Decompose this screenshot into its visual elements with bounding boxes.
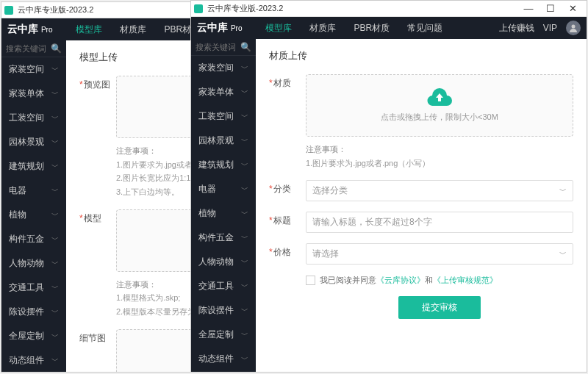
upload-earn-link[interactable]: 上传赚钱 <box>499 22 534 35</box>
sidebar-item[interactable]: 建筑规划﹀ <box>1 154 66 179</box>
category-select[interactable]: 选择分类 ﹀ <box>306 180 573 201</box>
chevron-down-icon: ﹀ <box>241 87 248 98</box>
chevron-down-icon: ﹀ <box>559 186 567 196</box>
sidebar-item[interactable]: 园林景观﹀ <box>191 129 256 153</box>
chevron-down-icon: ﹀ <box>51 259 59 269</box>
titlebar[interactable]: 云中库专业版-2023.2 — ☐ ✕ <box>191 1 587 17</box>
sidebar-item[interactable]: 家装单体﹀ <box>191 80 256 104</box>
title-input[interactable]: 请输入标题，长度不超过8个字 <box>306 212 573 233</box>
sidebar-item[interactable]: 全屋定制﹀ <box>191 323 256 347</box>
chevron-down-icon: ﹀ <box>241 209 248 219</box>
sidebar-item[interactable]: 人物动物﹀ <box>191 250 256 274</box>
app-icon <box>194 4 204 14</box>
search-icon[interactable]: 🔍 <box>240 42 251 52</box>
search-row: 🔍 <box>191 39 256 56</box>
sidebar-item[interactable]: 建筑规划﹀ <box>191 153 256 177</box>
nav: 模型库 材质库 PBR材质 常见问题 <box>257 17 451 39</box>
chevron-down-icon: ﹀ <box>51 234 59 245</box>
sidebar-item[interactable]: 交通工具﹀ <box>1 276 66 300</box>
chevron-down-icon: ﹀ <box>559 249 567 259</box>
chevron-down-icon: ﹀ <box>241 112 248 122</box>
label-detail: 细节图 <box>79 329 116 372</box>
app-icon <box>4 5 15 15</box>
sidebar: 🔍 家装空间﹀ 家装单体﹀ 工装空间﹀ 园林景观﹀ 建筑规划﹀ 电器﹀ 植物﹀ … <box>1 40 66 372</box>
maximize-button[interactable]: ☐ <box>539 1 562 16</box>
label-category: *分类 <box>269 180 306 201</box>
price-select[interactable]: 请选择 ﹀ <box>306 243 573 265</box>
sidebar-item[interactable]: 工装空间﹀ <box>191 104 256 129</box>
page-title: 材质上传 <box>269 49 573 62</box>
chevron-down-icon: ﹀ <box>241 136 248 146</box>
chevron-down-icon: ﹀ <box>51 162 59 172</box>
search-input[interactable] <box>6 44 51 53</box>
nav-material-lib[interactable]: 材质库 <box>301 17 345 39</box>
svg-point-2 <box>572 25 576 29</box>
nav-model-lib[interactable]: 模型库 <box>257 17 301 39</box>
sidebar-item[interactable]: 动态组件﹀ <box>191 347 256 371</box>
nav-faq[interactable]: 常见问题 <box>398 17 451 39</box>
close-button[interactable]: ✕ <box>562 1 584 16</box>
sidebar-item[interactable]: 构件五金﹀ <box>1 227 66 251</box>
label-material: *材质 <box>269 74 306 170</box>
sidebar-item[interactable]: 植物﹀ <box>1 203 66 227</box>
nav-material-lib[interactable]: 材质库 <box>111 18 155 40</box>
chevron-down-icon: ﹀ <box>241 160 248 170</box>
sidebar-item[interactable]: 交通工具﹀ <box>191 274 256 298</box>
search-icon[interactable]: 🔍 <box>51 43 62 54</box>
chevron-down-icon: ﹀ <box>241 330 248 340</box>
chevron-down-icon: ﹀ <box>51 210 59 220</box>
search-row: 🔍 <box>1 40 66 57</box>
sidebar-item[interactable]: 家装空间﹀ <box>191 56 256 80</box>
sidebar-item[interactable]: 工装空间﹀ <box>1 106 66 130</box>
label-preview: *预览图 <box>79 76 116 199</box>
sidebar-item[interactable]: 全屋定制﹀ <box>1 324 66 348</box>
chevron-down-icon: ﹀ <box>51 113 59 123</box>
chevron-down-icon: ﹀ <box>51 137 59 148</box>
chevron-down-icon: ﹀ <box>241 63 248 73</box>
svg-rect-0 <box>4 6 13 15</box>
agreement-link[interactable]: 《云库协议》 <box>376 275 425 286</box>
sidebar-item[interactable]: 植物﹀ <box>191 201 256 226</box>
logo: 云中库 Pro <box>197 21 242 35</box>
chevron-down-icon: ﹀ <box>51 89 59 99</box>
label-price: *价格 <box>269 243 306 265</box>
review-spec-link[interactable]: 《上传审核规范》 <box>433 275 498 286</box>
sidebar-item[interactable]: 陈设摆件﹀ <box>191 298 256 323</box>
chevron-down-icon: ﹀ <box>241 281 248 292</box>
sidebar-item[interactable]: 陈设摆件﹀ <box>1 300 66 324</box>
chevron-down-icon: ﹀ <box>241 306 248 316</box>
notes: 注意事项： 1.图片要求为.jpg或者.png（小写） <box>306 143 573 170</box>
window-title: 云中库专业版-2023.2 <box>207 3 283 14</box>
chevron-down-icon: ﹀ <box>241 257 248 267</box>
chevron-down-icon: ﹀ <box>51 331 59 342</box>
sidebar-item[interactable]: 电器﹀ <box>1 179 66 203</box>
upload-hint: 点击或拖拽上传，限制大小<30M <box>314 112 565 123</box>
search-input[interactable] <box>196 43 240 51</box>
label-model: *模型 <box>79 209 116 319</box>
sidebar-item[interactable]: 电器﹀ <box>191 177 256 201</box>
cloud-upload-icon <box>426 88 453 107</box>
sidebar-item[interactable]: 家装单体﹀ <box>1 82 66 106</box>
chevron-down-icon: ﹀ <box>51 283 59 293</box>
header: 云中库 Pro 模型库 材质库 PBR材质 常见问题 上传赚钱 VIP <box>191 17 587 39</box>
label-title: *标题 <box>269 212 306 233</box>
vip-link[interactable]: VIP <box>543 23 557 33</box>
sidebar-item[interactable]: 人物动物﹀ <box>1 251 66 276</box>
agreement-checkbox[interactable] <box>306 276 315 285</box>
sidebar-item[interactable]: 家装空间﹀ <box>1 57 66 82</box>
nav-pbr[interactable]: PBR材质 <box>345 17 398 39</box>
chevron-down-icon: ﹀ <box>241 233 248 243</box>
avatar[interactable] <box>566 21 581 35</box>
sidebar-item[interactable]: 园林景观﹀ <box>1 130 66 154</box>
sidebar-item[interactable]: 动态组件﹀ <box>1 348 66 372</box>
chevron-down-icon: ﹀ <box>51 356 59 366</box>
submit-button[interactable]: 提交审核 <box>398 296 481 319</box>
minimize-button[interactable]: — <box>517 1 539 16</box>
nav-model-lib[interactable]: 模型库 <box>67 18 111 40</box>
logo: 云中库 Pro <box>7 23 52 36</box>
sidebar-item[interactable]: PB3构件﹀ <box>191 371 256 372</box>
content-material: 材质上传 *材质 点击或拖拽上传，限制大小<30M 注意事项： 1.图片要求为.… <box>256 39 587 372</box>
upload-material[interactable]: 点击或拖拽上传，限制大小<30M <box>306 74 573 137</box>
svg-rect-1 <box>194 4 203 13</box>
sidebar-item[interactable]: 构件五金﹀ <box>191 226 256 250</box>
